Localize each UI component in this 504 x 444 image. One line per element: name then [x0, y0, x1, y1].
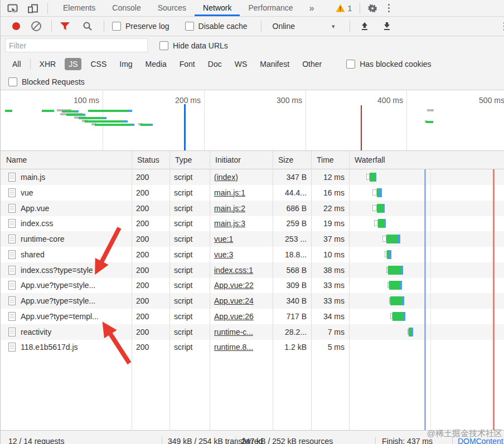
import-har-icon[interactable] [360, 22, 369, 31]
table-row[interactable]: App.vue?type=style...200scriptApp.vue:22… [1, 277, 504, 293]
clear-network-log-icon[interactable] [31, 21, 41, 31]
filter-input[interactable] [5, 38, 148, 52]
tab-elements[interactable]: Elements [55, 0, 104, 16]
blocked-requests-checkbox[interactable]: Blocked Requests [8, 77, 85, 86]
more-options-kebab-icon[interactable] [386, 2, 392, 14]
request-initiator-link[interactable]: main.js:3 [214, 216, 272, 231]
request-initiator-link[interactable]: App.vue:22 [214, 277, 272, 293]
type-filter-css[interactable]: CSS [86, 58, 110, 70]
network-filter-panel: Hide data URLs AllXHRJSCSSImgMediaFontDo… [1, 36, 504, 90]
has-blocked-cookies-label: Has blocked cookies [360, 60, 431, 69]
record-network-log-button[interactable] [12, 22, 20, 30]
table-row[interactable]: reactivity200scriptruntime-c...28.2...7 … [1, 324, 504, 340]
table-row[interactable]: shared200scriptvue:318.8...10 ms [1, 247, 504, 262]
request-initiator-link[interactable]: main.js:2 [214, 201, 272, 216]
type-filter-font[interactable]: Font [176, 58, 199, 70]
request-initiator-link[interactable]: vue:3 [214, 247, 272, 262]
checkbox[interactable] [159, 41, 168, 50]
request-initiator-link[interactable]: main.js:1 [214, 185, 272, 201]
overview-request-bar [79, 117, 104, 119]
tab-performance[interactable]: Performance [240, 0, 301, 16]
column-header-size[interactable]: Size [273, 151, 311, 169]
request-initiator-link[interactable]: index.css:1 [214, 262, 272, 278]
blocked-requests-row: Blocked Requests [8, 73, 85, 90]
request-initiator-link[interactable]: App.vue:26 [214, 309, 272, 324]
table-row[interactable]: index.css?type=style200scriptindex.css:1… [1, 262, 504, 278]
type-filter-manifest[interactable]: Manifest [256, 58, 293, 70]
type-filter-doc[interactable]: Doc [204, 58, 226, 70]
devtools-network-panel: ElementsConsoleSourcesNetworkPerformance… [0, 0, 504, 444]
column-header-time[interactable]: Time [311, 151, 349, 169]
device-toolbar-icon[interactable] [27, 3, 38, 14]
hide-data-urls-checkbox[interactable]: Hide data URLs [159, 36, 228, 55]
column-separator[interactable] [349, 151, 350, 430]
waterfall-download-segment [384, 219, 386, 228]
checkbox[interactable] [185, 22, 194, 31]
column-header-type[interactable]: Type [169, 151, 210, 169]
column-separator[interactable] [210, 151, 210, 430]
disable-cache-checkbox[interactable]: Disable cache [185, 22, 248, 31]
blocked-requests-label: Blocked Requests [22, 77, 85, 86]
overview-request-bar [66, 114, 82, 116]
column-header-status[interactable]: Status [132, 151, 169, 169]
has-blocked-cookies-checkbox[interactable]: Has blocked cookies [346, 60, 431, 69]
export-har-icon[interactable] [382, 22, 391, 31]
checkbox[interactable] [112, 22, 121, 31]
type-filter-xhr[interactable]: XHR [36, 58, 60, 70]
waterfall-load-line [493, 169, 495, 430]
request-name: index.css [21, 216, 129, 231]
tab-sources[interactable]: Sources [149, 0, 195, 16]
type-filter-other[interactable]: Other [298, 58, 326, 70]
table-row[interactable]: runtime-core200scriptvue:1253 ...37 ms [1, 231, 504, 247]
column-separator[interactable] [132, 151, 132, 430]
more-tabs-chevron-icon[interactable]: » [309, 3, 314, 13]
network-overview-timeline[interactable]: 100 ms200 ms300 ms400 ms500 ms [1, 90, 504, 151]
table-row[interactable]: App.vue200scriptmain.js:2686 B22 ms [1, 201, 504, 216]
type-filter-all[interactable]: All [8, 58, 25, 70]
table-row[interactable]: 118.e1b5617d.js200scriptruntime.8...1.2 … [1, 339, 504, 355]
table-row[interactable]: vue200scriptmain.js:144.4...16 ms [1, 185, 504, 201]
column-separator[interactable] [273, 151, 273, 430]
inspect-element-icon[interactable] [7, 3, 18, 14]
filter-funnel-icon[interactable] [60, 22, 70, 31]
checkbox[interactable] [346, 60, 355, 69]
divider [47, 3, 48, 14]
settings-gear-icon[interactable] [367, 3, 378, 14]
request-initiator-link[interactable]: App.vue:24 [214, 293, 272, 309]
timeline-tick-label: 500 ms [460, 96, 504, 105]
checkbox[interactable] [8, 77, 17, 86]
request-initiator-link[interactable]: runtime-c... [214, 324, 272, 340]
request-type: script [174, 262, 209, 278]
document-icon [8, 188, 16, 199]
column-separator[interactable] [311, 151, 312, 430]
request-initiator-link[interactable]: runtime.8... [214, 339, 272, 355]
request-initiator-link[interactable]: (index) [214, 169, 272, 185]
type-filter-media[interactable]: Media [142, 58, 171, 70]
type-filter-img[interactable]: Img [115, 58, 136, 70]
column-header-initiator[interactable]: Initiator [210, 151, 273, 169]
table-row[interactable]: main.js200script(index)347 B12 ms [1, 169, 504, 185]
document-icon [8, 219, 16, 230]
overview-request-bar [42, 110, 54, 112]
throttling-dropdown[interactable]: Online ▾ [273, 22, 335, 31]
document-icon [8, 296, 16, 308]
waterfall-download-segment [401, 266, 403, 275]
table-row[interactable]: index.css200scriptmain.js:3259 B19 ms [1, 216, 504, 231]
document-icon [8, 266, 16, 275]
console-warning-indicator[interactable]: 1 [336, 4, 352, 13]
tab-network[interactable]: Network [195, 0, 240, 16]
request-name: main.js [21, 169, 129, 185]
table-row[interactable]: App.vue?type=style...200scriptApp.vue:24… [1, 293, 504, 309]
request-initiator-link[interactable]: vue:1 [214, 231, 272, 247]
preserve-log-checkbox[interactable]: Preserve log [112, 22, 169, 31]
column-separator[interactable] [169, 151, 170, 430]
table-row[interactable]: App.vue?type=templ...200scriptApp.vue:26… [1, 309, 504, 324]
tab-console[interactable]: Console [104, 0, 149, 16]
type-filter-ws[interactable]: WS [231, 58, 251, 70]
column-header-name[interactable]: Name [1, 151, 132, 169]
search-icon[interactable] [83, 21, 93, 31]
toolbar-overflow-kebab-icon[interactable] [501, 20, 504, 33]
summary-separator [236, 437, 236, 444]
type-filter-js[interactable]: JS [65, 58, 81, 70]
column-header-waterfall[interactable]: Waterfall [349, 151, 504, 169]
